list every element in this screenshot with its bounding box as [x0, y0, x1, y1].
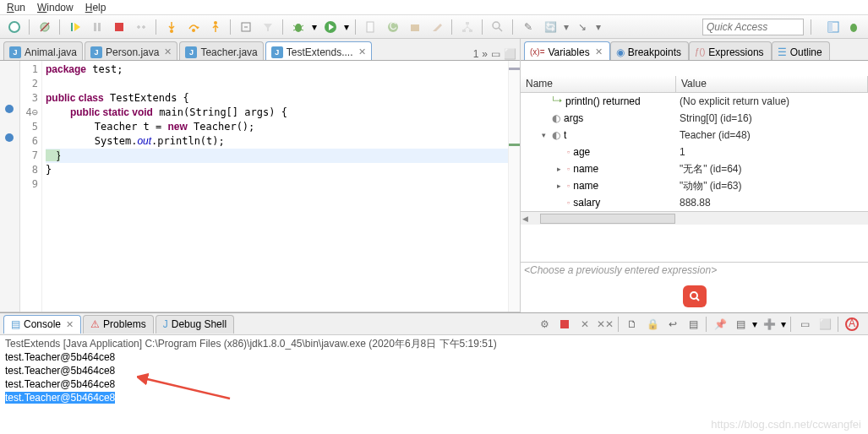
variable-row[interactable]: ▸▫ name"动物" (id=63)	[521, 177, 868, 194]
edit-icon[interactable]	[428, 18, 446, 36]
variable-name: name	[573, 163, 598, 175]
column-value[interactable]: Value	[676, 76, 868, 92]
tab-problems[interactable]: ⚠Problems	[83, 315, 154, 334]
clear-icon[interactable]: 🗋	[623, 315, 641, 334]
debug-perspective-icon[interactable]	[844, 18, 863, 36]
variable-row[interactable]: ▫ salary888.88	[521, 194, 868, 211]
type-hierarchy-icon[interactable]	[458, 18, 477, 36]
console-output[interactable]: TestExtends [Java Application] C:\Progra…	[0, 335, 868, 406]
new-icon[interactable]	[362, 18, 380, 36]
expander-icon[interactable]: ▸	[554, 165, 564, 174]
expander-icon[interactable]: ▸	[554, 182, 564, 191]
console-icon: ▤	[11, 318, 20, 330]
tab-debugshell[interactable]: JDebug Shell	[156, 315, 234, 334]
pin-icon[interactable]: 📌	[711, 315, 729, 334]
console-tabs: ▤Console✕ ⚠Problems JDebug Shell ⚙ ✕ ✕✕ …	[0, 313, 868, 335]
expander-icon[interactable]	[539, 97, 549, 106]
tab-person[interactable]: JPerson.java✕	[85, 41, 177, 60]
code-editor[interactable]: package test; public class TestExtends {…	[42, 61, 508, 312]
tab-overflow-count[interactable]: 1	[473, 48, 479, 60]
word-wrap-icon[interactable]: ↩	[663, 315, 682, 334]
csdn-icon[interactable]: A	[843, 315, 861, 334]
display-icon[interactable]: ▤	[731, 315, 750, 334]
tab-expressions[interactable]: ƒ()Expressions	[689, 41, 772, 60]
variables-icon: (x)=	[530, 47, 545, 57]
scroll-lock-icon[interactable]: 🔒	[643, 315, 662, 334]
breakpoint-marker-icon[interactable]	[5, 105, 14, 113]
maximize-icon[interactable]: ⬜	[504, 48, 516, 60]
suspend-icon[interactable]	[88, 18, 106, 36]
debug-icon[interactable]	[289, 18, 308, 36]
horizontal-scrollbar[interactable]: ◀	[521, 211, 868, 225]
expression-input[interactable]: <Choose a previously entered expression>	[521, 262, 868, 280]
variable-row[interactable]: ▸▫ name"无名" (id=64)	[521, 160, 868, 177]
search-button[interactable]	[683, 285, 707, 307]
step-into-icon[interactable]	[162, 18, 181, 36]
quick-access-input[interactable]	[702, 19, 804, 35]
menu-window[interactable]: Window	[37, 2, 74, 14]
search-icon[interactable]	[489, 18, 507, 36]
console-line: test.Teacher@5b464ce8	[5, 377, 863, 391]
svg-line-16	[293, 30, 296, 30]
overview-ruler[interactable]	[508, 61, 520, 312]
step-over-icon[interactable]	[184, 18, 203, 36]
new-console-icon[interactable]: ➕	[760, 315, 778, 334]
menu-help[interactable]: Help	[85, 2, 106, 14]
variable-row[interactable]: ⮡ println() returned(No explicit return …	[521, 93, 868, 110]
debug-reuse-icon[interactable]	[5, 18, 24, 36]
variable-row[interactable]: ▫ age1	[521, 144, 868, 160]
close-icon[interactable]: ✕	[164, 46, 172, 57]
tab-console[interactable]: ▤Console✕	[3, 315, 81, 334]
tab-outline[interactable]: ☰Outline	[772, 41, 830, 60]
toggle-mark-icon[interactable]: ✎	[519, 18, 538, 36]
svg-line-33	[696, 298, 699, 301]
class-icon[interactable]: C	[384, 18, 402, 36]
disconnect-icon[interactable]	[132, 18, 150, 36]
open-perspective-icon[interactable]	[824, 18, 843, 36]
tab-animal[interactable]: JAnimal.java	[3, 41, 83, 60]
drop-frame-icon[interactable]	[237, 18, 255, 36]
run-icon[interactable]	[321, 18, 340, 36]
tab-variables[interactable]: (x)=Variables✕	[524, 41, 610, 60]
chevron-icon[interactable]: »	[482, 48, 488, 60]
variable-row[interactable]: ◐ argsString[0] (id=16)	[521, 110, 868, 127]
minimize-icon[interactable]: ▭	[491, 48, 500, 60]
expander-icon[interactable]	[554, 148, 564, 157]
toolbar: ▾ ▾ C ✎ 🔄 ▾ ↘ ▾	[0, 15, 868, 39]
close-icon[interactable]: ✕	[66, 319, 74, 330]
tab-breakpoints[interactable]: ◉Breakpoints	[610, 41, 689, 60]
close-icon[interactable]: ✕	[595, 46, 603, 57]
annotation-prev-icon[interactable]: 🔄	[541, 18, 560, 36]
step-filters-icon[interactable]	[259, 18, 277, 36]
menu-run[interactable]: Run	[7, 2, 25, 14]
variable-value: "动物" (id=63)	[676, 179, 868, 193]
svg-point-13	[295, 24, 302, 32]
debug-dropdown-icon[interactable]: ▾	[311, 21, 318, 33]
annotation-next-icon[interactable]: ↘	[573, 18, 592, 36]
variable-value: "无名" (id=64)	[676, 162, 868, 176]
remove-icon[interactable]: ✕	[576, 315, 594, 334]
minimize-icon[interactable]: ▭	[795, 315, 814, 334]
line-gutter[interactable]: 1 2 3 4⊖ 5 6 7 8 9	[20, 61, 42, 312]
show-icon[interactable]: ▤	[684, 315, 702, 334]
tool-icon[interactable]: ⚙	[535, 315, 554, 334]
breakpoint-marker-icon[interactable]	[5, 133, 14, 142]
close-icon[interactable]: ✕	[358, 46, 366, 57]
resume-icon[interactable]	[66, 18, 85, 36]
run-dropdown-icon[interactable]: ▾	[343, 21, 350, 33]
expander-icon[interactable]	[554, 198, 564, 208]
java-icon: J	[271, 46, 283, 58]
maximize-icon[interactable]: ⬜	[816, 315, 834, 334]
step-return-icon[interactable]	[206, 18, 225, 36]
terminate-console-icon[interactable]	[555, 315, 574, 334]
terminate-icon[interactable]	[110, 18, 128, 36]
column-name[interactable]: Name	[521, 76, 676, 92]
expander-icon[interactable]	[539, 114, 549, 123]
tab-testextends[interactable]: JTestExtends....✕	[265, 41, 372, 60]
expander-icon[interactable]: ▾	[539, 131, 549, 140]
skip-breakpoints-icon[interactable]	[35, 18, 54, 36]
variable-row[interactable]: ▾◐ tTeacher (id=48)	[521, 127, 868, 144]
package-icon[interactable]	[406, 18, 424, 36]
tab-teacher[interactable]: JTeacher.java	[179, 41, 263, 60]
remove-all-icon[interactable]: ✕✕	[596, 315, 614, 334]
